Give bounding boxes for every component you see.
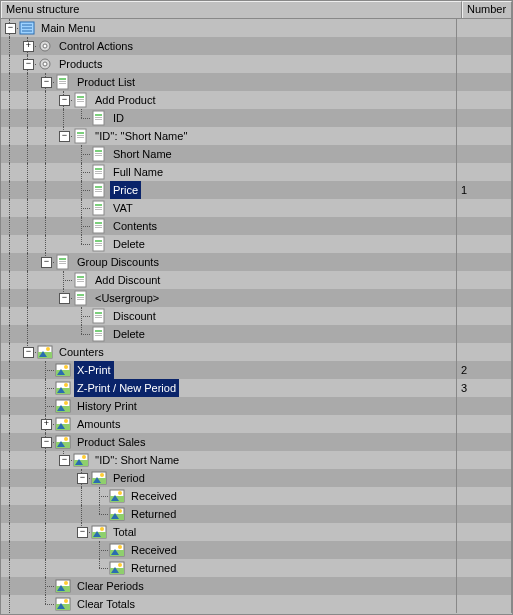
tree-item-label[interactable]: Z-Print / New Period: [74, 379, 179, 397]
tree-branch: [37, 397, 55, 415]
number-cell: [457, 199, 512, 217]
tree-row[interactable]: −''ID'': ''Short Name'': [1, 127, 512, 145]
tree-row[interactable]: Discount: [1, 307, 512, 325]
tree-row[interactable]: History Print: [1, 397, 512, 415]
tree-row[interactable]: −Counters: [1, 343, 512, 361]
tree-item-label[interactable]: Period: [110, 469, 148, 487]
collapse-icon[interactable]: −: [41, 437, 52, 448]
tree-row[interactable]: Returned: [1, 559, 512, 577]
tree-row[interactable]: Delete: [1, 325, 512, 343]
tree-cell: −''ID'': Short Name: [1, 451, 457, 469]
tree-item-label[interactable]: Full Name: [110, 163, 166, 181]
tree-item-label[interactable]: Clear Totals: [74, 595, 138, 613]
tree-row[interactable]: Delete: [1, 235, 512, 253]
column-header-structure[interactable]: Menu structure: [1, 1, 462, 18]
tree-item-label[interactable]: Received: [128, 487, 180, 505]
tree-item-label[interactable]: Main Menu: [38, 19, 98, 37]
tree-row[interactable]: +Amounts: [1, 415, 512, 433]
tree-row[interactable]: −Product List: [1, 73, 512, 91]
tree-row[interactable]: −Add Product: [1, 91, 512, 109]
tree-item-label[interactable]: Received: [128, 541, 180, 559]
tree-row[interactable]: VAT: [1, 199, 512, 217]
collapse-icon[interactable]: −: [77, 527, 88, 538]
tree-item-label[interactable]: Short Name: [110, 145, 175, 163]
tree-indent: [19, 361, 37, 379]
collapse-icon[interactable]: −: [23, 59, 34, 70]
tree-item-label[interactable]: Control Actions: [56, 37, 136, 55]
tree-item-label[interactable]: Group Discounts: [74, 253, 162, 271]
tree-row[interactable]: −Product Sales: [1, 433, 512, 451]
tree-item-label[interactable]: Add Discount: [92, 271, 163, 289]
tree-branch: [73, 109, 91, 127]
tree-item-label[interactable]: Product List: [74, 73, 138, 91]
tree-row[interactable]: Clear Totals: [1, 595, 512, 613]
tree-row[interactable]: −''ID'': Short Name: [1, 451, 512, 469]
tree-row[interactable]: Short Name: [1, 145, 512, 163]
tree-row[interactable]: Clear Periods: [1, 577, 512, 595]
collapse-icon[interactable]: −: [5, 23, 16, 34]
collapse-icon[interactable]: −: [59, 131, 70, 142]
tree-item-label[interactable]: <Usergroup>: [92, 289, 162, 307]
tree-row[interactable]: X-Print2: [1, 361, 512, 379]
tree-branch: [73, 199, 91, 217]
tree-branch: [73, 325, 91, 343]
tree-row[interactable]: Full Name: [1, 163, 512, 181]
tree-item-label[interactable]: Product Sales: [74, 433, 148, 451]
tree-indent: [19, 595, 37, 613]
tree-indent: [37, 235, 55, 253]
tree-indent: [19, 91, 37, 109]
tree-row[interactable]: Received: [1, 541, 512, 559]
tree-row[interactable]: −Period: [1, 469, 512, 487]
tree-row[interactable]: −Products: [1, 55, 512, 73]
tree-row[interactable]: −Total: [1, 523, 512, 541]
tree-item-label[interactable]: X-Print: [74, 361, 114, 379]
collapse-icon[interactable]: −: [59, 455, 70, 466]
svg-rect-14: [77, 99, 84, 100]
tree-item-label[interactable]: Price: [110, 181, 141, 199]
column-header-number[interactable]: Number: [462, 1, 512, 18]
collapse-icon[interactable]: −: [77, 473, 88, 484]
tree-item-label[interactable]: Clear Periods: [74, 577, 147, 595]
tree-item-label[interactable]: ID: [110, 109, 127, 127]
tree-row[interactable]: ID: [1, 109, 512, 127]
tree-row[interactable]: Add Discount: [1, 271, 512, 289]
tree-item-label[interactable]: Discount: [110, 307, 159, 325]
tree-row[interactable]: −Group Discounts: [1, 253, 512, 271]
number-cell: [457, 451, 512, 469]
tree-row[interactable]: −Main Menu: [1, 19, 512, 37]
tree-item-label[interactable]: Delete: [110, 235, 148, 253]
tree-row[interactable]: Received: [1, 487, 512, 505]
expand-icon[interactable]: +: [23, 41, 34, 52]
expand-icon[interactable]: +: [41, 419, 52, 430]
number-cell: [457, 307, 512, 325]
tree-item-label[interactable]: ''ID'': ''Short Name'': [92, 127, 191, 145]
page-icon: [91, 218, 107, 234]
tree-row[interactable]: +Control Actions: [1, 37, 512, 55]
tree-item-label[interactable]: Counters: [56, 343, 107, 361]
tree-item-label[interactable]: VAT: [110, 199, 136, 217]
tree-row[interactable]: Z-Print / New Period3: [1, 379, 512, 397]
tree-item-label[interactable]: Add Product: [92, 91, 159, 109]
tree-indent: [55, 109, 73, 127]
collapse-icon[interactable]: −: [59, 293, 70, 304]
tree-row[interactable]: Contents: [1, 217, 512, 235]
svg-rect-39: [95, 209, 102, 210]
collapse-icon[interactable]: −: [23, 347, 34, 358]
collapse-icon[interactable]: −: [41, 77, 52, 88]
collapse-icon[interactable]: −: [41, 257, 52, 268]
tree-item-label[interactable]: Total: [110, 523, 139, 541]
tree-item-label[interactable]: ''ID'': Short Name: [92, 451, 182, 469]
tree-item-label[interactable]: Delete: [110, 325, 148, 343]
tree-item-label[interactable]: Amounts: [74, 415, 123, 433]
tree-item-label[interactable]: Products: [56, 55, 105, 73]
tree-item-label[interactable]: Returned: [128, 559, 179, 577]
svg-point-74: [64, 365, 68, 369]
tree-row[interactable]: Price1: [1, 181, 512, 199]
tree-row[interactable]: Returned: [1, 505, 512, 523]
tree-item-label[interactable]: Returned: [128, 505, 179, 523]
tree-row[interactable]: −<Usergroup>: [1, 289, 512, 307]
tree-item-label[interactable]: History Print: [74, 397, 140, 415]
svg-rect-41: [95, 222, 102, 224]
tree-item-label[interactable]: Contents: [110, 217, 160, 235]
collapse-icon[interactable]: −: [59, 95, 70, 106]
